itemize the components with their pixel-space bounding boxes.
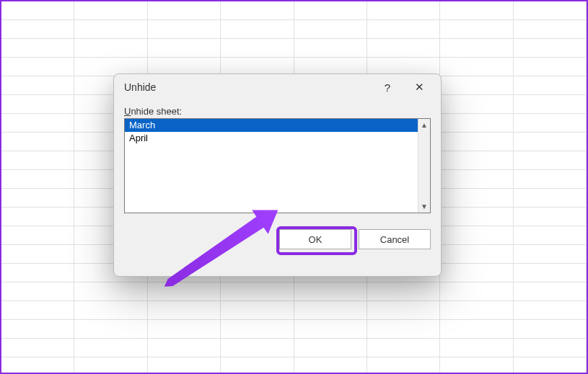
cell[interactable] xyxy=(514,245,587,264)
cell[interactable] xyxy=(367,357,440,374)
cell[interactable] xyxy=(74,320,147,339)
cell[interactable] xyxy=(221,301,294,320)
cell[interactable] xyxy=(440,189,513,208)
cell[interactable] xyxy=(440,245,513,264)
cell[interactable] xyxy=(148,320,221,339)
cell[interactable] xyxy=(1,226,74,245)
cell[interactable] xyxy=(440,39,513,58)
cell[interactable] xyxy=(1,189,74,208)
cell[interactable] xyxy=(514,1,587,20)
cell[interactable] xyxy=(74,357,147,374)
cell[interactable] xyxy=(440,208,513,226)
cell[interactable] xyxy=(1,95,74,114)
list-item[interactable]: March xyxy=(125,119,418,132)
cell[interactable] xyxy=(367,282,440,301)
cell[interactable] xyxy=(440,170,513,189)
cell[interactable] xyxy=(514,39,587,58)
cell[interactable] xyxy=(514,58,587,76)
cell[interactable] xyxy=(1,264,74,282)
cell[interactable] xyxy=(514,282,587,301)
cell[interactable] xyxy=(1,76,74,95)
cell[interactable] xyxy=(514,264,587,282)
cell[interactable] xyxy=(367,339,440,357)
cell[interactable] xyxy=(74,20,147,39)
cell[interactable] xyxy=(440,114,513,133)
cell[interactable] xyxy=(514,151,587,170)
cell[interactable] xyxy=(440,264,513,282)
cell[interactable] xyxy=(367,20,440,39)
cell[interactable] xyxy=(1,320,74,339)
cell[interactable] xyxy=(440,133,513,151)
cell[interactable] xyxy=(514,301,587,320)
cell[interactable] xyxy=(367,1,440,20)
cell[interactable] xyxy=(1,357,74,374)
cell[interactable] xyxy=(294,357,367,374)
cell[interactable] xyxy=(221,1,294,20)
cell[interactable] xyxy=(1,58,74,76)
cell[interactable] xyxy=(1,282,74,301)
cell[interactable] xyxy=(367,320,440,339)
ok-button[interactable]: OK xyxy=(279,229,351,249)
cell[interactable] xyxy=(367,39,440,58)
cell[interactable] xyxy=(1,208,74,226)
cell[interactable] xyxy=(294,339,367,357)
cell[interactable] xyxy=(440,226,513,245)
cell[interactable] xyxy=(514,114,587,133)
cell[interactable] xyxy=(74,1,147,20)
cell[interactable] xyxy=(221,20,294,39)
cell[interactable] xyxy=(440,58,513,76)
cell[interactable] xyxy=(440,95,513,114)
cell[interactable] xyxy=(221,339,294,357)
cell[interactable] xyxy=(74,39,147,58)
cell[interactable] xyxy=(514,320,587,339)
cell[interactable] xyxy=(1,170,74,189)
cell[interactable] xyxy=(1,245,74,264)
cell[interactable] xyxy=(1,339,74,357)
cell[interactable] xyxy=(74,339,147,357)
cell[interactable] xyxy=(514,189,587,208)
cell[interactable] xyxy=(514,208,587,226)
cell[interactable] xyxy=(74,301,147,320)
help-button[interactable]: ? xyxy=(373,77,402,97)
cell[interactable] xyxy=(514,76,587,95)
listbox-scrollbar[interactable]: ▲ ▼ xyxy=(418,119,430,213)
cell[interactable] xyxy=(367,301,440,320)
cell[interactable] xyxy=(1,114,74,133)
cell[interactable] xyxy=(1,301,74,320)
cell[interactable] xyxy=(221,357,294,374)
cell[interactable] xyxy=(440,357,513,374)
cell[interactable] xyxy=(148,20,221,39)
cell[interactable] xyxy=(1,151,74,170)
cell[interactable] xyxy=(440,1,513,20)
cell[interactable] xyxy=(514,226,587,245)
cell[interactable] xyxy=(148,339,221,357)
cell[interactable] xyxy=(148,1,221,20)
close-button[interactable]: ✕ xyxy=(405,77,434,97)
cell[interactable] xyxy=(221,320,294,339)
list-item[interactable]: April xyxy=(125,132,418,145)
sheet-listbox[interactable]: MarchApril ▲ ▼ xyxy=(124,118,431,213)
cell[interactable] xyxy=(221,39,294,58)
cell[interactable] xyxy=(514,95,587,114)
cell[interactable] xyxy=(440,151,513,170)
cell[interactable] xyxy=(514,357,587,374)
cell[interactable] xyxy=(1,20,74,39)
cell[interactable] xyxy=(514,339,587,357)
cell[interactable] xyxy=(440,76,513,95)
cell[interactable] xyxy=(294,282,367,301)
cell[interactable] xyxy=(148,301,221,320)
cell[interactable] xyxy=(440,320,513,339)
cell[interactable] xyxy=(221,282,294,301)
cell[interactable] xyxy=(440,339,513,357)
cell[interactable] xyxy=(440,20,513,39)
cell[interactable] xyxy=(148,282,221,301)
cell[interactable] xyxy=(294,320,367,339)
cell[interactable] xyxy=(74,282,147,301)
cell[interactable] xyxy=(294,301,367,320)
cell[interactable] xyxy=(440,282,513,301)
cell[interactable] xyxy=(148,357,221,374)
cell[interactable] xyxy=(294,1,367,20)
cell[interactable] xyxy=(148,39,221,58)
cell[interactable] xyxy=(514,133,587,151)
cell[interactable] xyxy=(1,1,74,20)
